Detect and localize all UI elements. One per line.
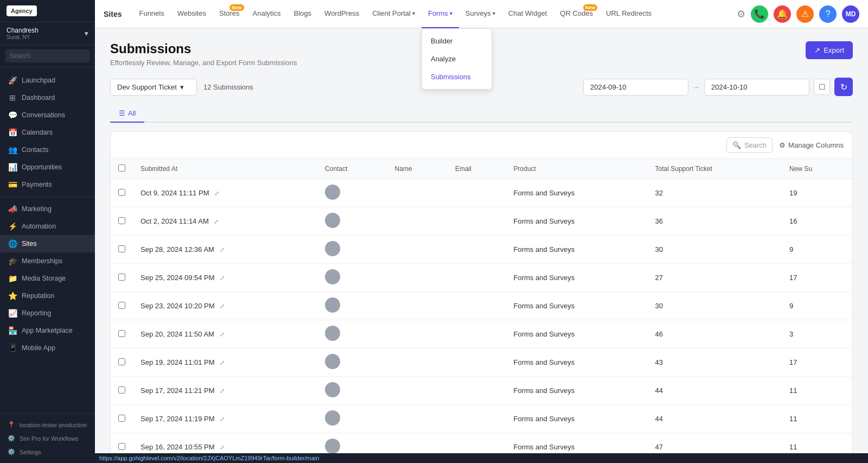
sidebar-item-reporting[interactable]: 📈 Reporting bbox=[0, 305, 95, 322]
forms-dropdown: Builder Analyze Submissions bbox=[422, 28, 492, 90]
sidebar-item-label: Reporting bbox=[22, 309, 51, 317]
sidebar-item-launchpad[interactable]: 🚀 Launchpad bbox=[0, 72, 95, 89]
sidebar-item-contacts[interactable]: 👥 Contacts bbox=[0, 141, 95, 158]
sidebar-item-sites[interactable]: 🌐 Sites bbox=[0, 235, 95, 252]
contact-avatar bbox=[325, 326, 340, 341]
sidebar-item-reputation[interactable]: ⭐ Reputation bbox=[0, 287, 95, 305]
refresh-button[interactable]: ↻ bbox=[834, 78, 853, 96]
sidebar-user[interactable]: Chandresh Surat, NY ▾ bbox=[0, 22, 95, 45]
sidebar-item-label: Dashboard bbox=[22, 94, 55, 102]
sidebar-item-label: Sites bbox=[22, 240, 37, 248]
sidebar-item-media-storage[interactable]: 📁 Media Storage bbox=[0, 270, 95, 287]
row-name bbox=[387, 433, 448, 454]
date-from-input[interactable] bbox=[583, 79, 688, 96]
sidebar-footer-sim-pro[interactable]: ⚙️ Sim Pro for Workflows bbox=[0, 432, 95, 445]
forms-nav-wrapper: Forms ▾ Builder Analyze Submissions bbox=[422, 0, 459, 28]
form-select-dropdown[interactable]: Dev Support Ticket ▾ bbox=[110, 79, 197, 96]
expand-icon[interactable]: ⤢ bbox=[220, 331, 225, 338]
dropdown-builder[interactable]: Builder bbox=[422, 32, 492, 50]
dropdown-analyze[interactable]: Analyze bbox=[422, 50, 492, 68]
sidebar-item-app-marketplace[interactable]: 🏪 App Marketplace bbox=[0, 322, 95, 339]
export-button[interactable]: ↗ Export bbox=[806, 41, 853, 59]
row-checkbox[interactable] bbox=[118, 189, 125, 196]
row-checkbox[interactable] bbox=[118, 302, 125, 309]
row-checkbox[interactable] bbox=[118, 415, 125, 422]
top-nav-surveys[interactable]: Surveys ▾ bbox=[459, 0, 502, 28]
sidebar-item-conversations[interactable]: 💬 Conversations bbox=[0, 106, 95, 124]
dropdown-submissions[interactable]: Submissions bbox=[422, 68, 492, 86]
calendar-icon-btn[interactable]: ☐ bbox=[814, 79, 830, 95]
sidebar-item-label: Launchpad bbox=[22, 77, 55, 84]
chevron-down-icon: ▾ bbox=[85, 29, 88, 37]
sidebar-item-mobile-app[interactable]: 📱 Mobile App bbox=[0, 339, 95, 357]
expand-icon[interactable]: ⤢ bbox=[220, 246, 225, 253]
row-email bbox=[448, 377, 506, 405]
th-submitted-at: Submitted At bbox=[133, 159, 317, 179]
row-checkbox-cell bbox=[111, 348, 133, 377]
sidebar-item-memberships[interactable]: 🎓 Memberships bbox=[0, 252, 95, 270]
search-input[interactable] bbox=[5, 49, 90, 62]
expand-icon[interactable]: ⤢ bbox=[220, 359, 225, 366]
page-header-text: Submissions Effortlessly Review, Manage,… bbox=[110, 41, 297, 67]
row-checkbox[interactable] bbox=[118, 217, 125, 224]
expand-icon[interactable]: ⤢ bbox=[214, 218, 219, 225]
row-checkbox[interactable] bbox=[118, 330, 125, 337]
sidebar-logo[interactable]: Agency bbox=[0, 0, 95, 22]
date-arrow-icon: → bbox=[693, 83, 700, 91]
sidebar-item-label: Reputation bbox=[22, 292, 54, 300]
sidebar-item-marketing[interactable]: 📣 Marketing bbox=[0, 200, 95, 218]
manage-columns-button[interactable]: ⚙ Manage Columns bbox=[779, 141, 844, 149]
expand-icon[interactable]: ⤢ bbox=[220, 303, 225, 309]
user-avatar[interactable]: MD bbox=[842, 5, 859, 23]
row-new-su: 11 bbox=[782, 405, 852, 433]
top-nav-analytics[interactable]: Analytics bbox=[246, 0, 288, 28]
select-all-checkbox[interactable] bbox=[118, 164, 125, 172]
row-contact bbox=[317, 433, 387, 454]
th-total-support-ticket: Total Support Ticket bbox=[648, 159, 782, 179]
help-icon-btn[interactable]: ? bbox=[819, 5, 837, 23]
notification-icon-btn[interactable]: 🔔 bbox=[774, 5, 791, 23]
top-nav-stores[interactable]: StoresNew bbox=[213, 0, 246, 28]
top-nav-qr-codes[interactable]: QR CodesNew bbox=[553, 0, 599, 28]
expand-icon[interactable]: ⤢ bbox=[220, 388, 225, 394]
row-checkbox[interactable] bbox=[118, 358, 125, 365]
sidebar-item-automation[interactable]: ⚡ Automation bbox=[0, 218, 95, 235]
table-search-box[interactable]: 🔍 Search bbox=[726, 137, 773, 153]
top-nav-client-portal[interactable]: Client Portal ▾ bbox=[366, 0, 422, 28]
sidebar-item-label: Memberships bbox=[22, 257, 62, 265]
top-nav-blogs[interactable]: Blogs bbox=[288, 0, 318, 28]
expand-icon[interactable]: ⤢ bbox=[214, 190, 219, 196]
alert-icon-btn[interactable]: ⚠ bbox=[796, 5, 814, 23]
row-checkbox[interactable] bbox=[118, 274, 125, 281]
expand-icon[interactable]: ⤢ bbox=[220, 416, 225, 422]
row-checkbox-cell bbox=[111, 236, 133, 264]
row-checkbox[interactable] bbox=[118, 443, 125, 450]
tab-all[interactable]: ☰ All bbox=[110, 105, 144, 123]
sidebar-footer-location[interactable]: 📍 location-tester-production bbox=[0, 418, 95, 432]
row-checkbox-cell bbox=[111, 179, 133, 207]
top-nav-forms[interactable]: Forms ▾ bbox=[422, 0, 459, 28]
top-nav-websites[interactable]: Websites bbox=[171, 0, 213, 28]
row-checkbox[interactable] bbox=[118, 386, 125, 394]
row-checkbox[interactable] bbox=[118, 245, 125, 252]
settings-gear-icon[interactable]: ⚙ bbox=[737, 8, 745, 20]
table-row: Sep 17, 2024 11:21 PM ⤢ Forms and Survey… bbox=[111, 377, 852, 405]
row-email bbox=[448, 320, 506, 348]
date-to-input[interactable] bbox=[704, 79, 809, 96]
top-nav-url-redirects[interactable]: URL Redirects bbox=[599, 0, 658, 28]
sidebar-item-opportunities[interactable]: 📊 Opportunities bbox=[0, 158, 95, 176]
top-nav-chat-widget[interactable]: Chat Widget bbox=[502, 0, 554, 28]
expand-icon[interactable]: ⤢ bbox=[220, 444, 225, 451]
row-email bbox=[448, 292, 506, 320]
row-total: 46 bbox=[648, 320, 782, 348]
top-nav-wordpress[interactable]: WordPress bbox=[318, 0, 366, 28]
row-contact bbox=[317, 377, 387, 405]
phone-icon-btn[interactable]: 📞 bbox=[751, 5, 768, 23]
top-nav-funnels[interactable]: Funnels bbox=[132, 0, 170, 28]
sidebar-item-calendars[interactable]: 📅 Calendars bbox=[0, 124, 95, 141]
sidebar-item-dashboard[interactable]: ⊞ Dashboard bbox=[0, 89, 95, 106]
sidebar-item-payments[interactable]: 💳 Payments bbox=[0, 176, 95, 193]
location-icon: 📍 bbox=[8, 421, 15, 428]
sidebar-item-settings[interactable]: ⚙️ Settings bbox=[0, 445, 95, 459]
expand-icon[interactable]: ⤢ bbox=[220, 275, 225, 281]
